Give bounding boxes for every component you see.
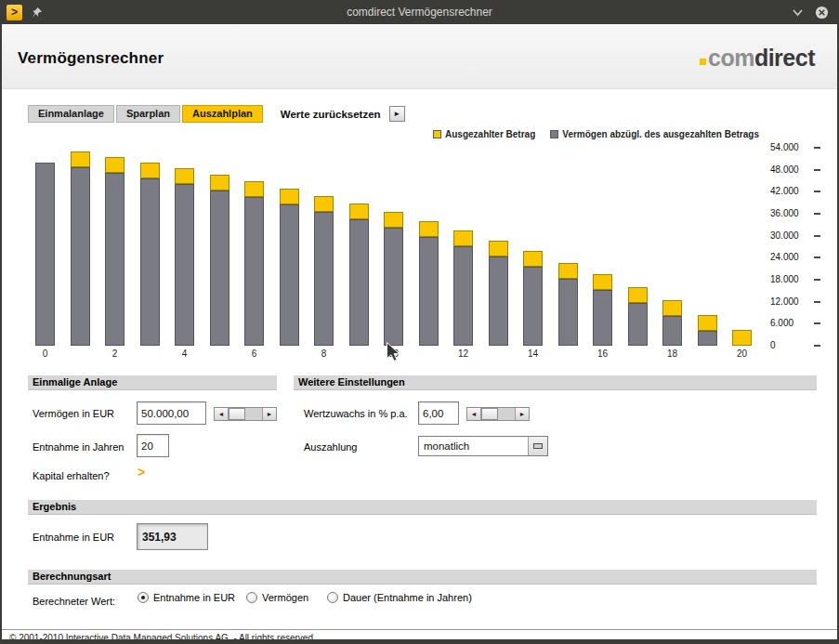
bar-vermoegen-year-6 (244, 197, 264, 346)
bar-vermoegen-year-18 (662, 316, 682, 346)
kapital-erhalten-arrow-button[interactable]: > (138, 465, 145, 480)
section-header-ergebnis: Ergebnis (28, 500, 817, 515)
y-axis-label-18000: 18.000 (770, 274, 799, 284)
collapse-chevron-icon[interactable] (792, 8, 804, 17)
reset-values-button[interactable]: ► (389, 106, 405, 122)
section-header-berechnungsart: Berechnungsart (28, 570, 817, 585)
label-vermoegen: Vermögen in EUR (33, 408, 114, 419)
y-axis-label-36000: 36.000 (770, 208, 799, 218)
logo-text-direct: direct (754, 45, 815, 71)
bar-vermoegen-year-0 (35, 163, 55, 346)
page-title: Vermögensrechner (18, 49, 164, 68)
x-axis-label-0: 0 (43, 348, 48, 359)
y-axis-tick-mark (814, 147, 820, 149)
bar-vermoegen-year-15 (558, 279, 578, 346)
bar-vermoegen-year-1 (71, 167, 90, 346)
dropdown-open-button[interactable] (528, 437, 547, 455)
x-axis-label-2: 2 (112, 348, 118, 359)
y-axis-label-12000: 12.000 (770, 296, 799, 307)
legend-item-0: Ausgezahlter Betrag (433, 129, 535, 139)
auszahlung-selected-value: monatlich (419, 440, 528, 452)
bar-ausgezahlt-year-12 (453, 230, 473, 246)
bar-ausgezahlt-year-6 (244, 181, 264, 197)
y-axis-label-30000: 30.000 (770, 230, 799, 241)
app-icon[interactable]: > (7, 5, 22, 20)
label-wertzuwachs: Wertzuwachs in % p.a. (304, 408, 408, 419)
pin-icon[interactable] (31, 7, 43, 19)
comdirect-logo: comdirect (700, 45, 815, 72)
bar-vermoegen-year-4 (175, 184, 194, 346)
x-axis-label-6: 6 (252, 348, 257, 359)
spinner-thumb[interactable] (229, 408, 245, 420)
x-axis-label-16: 16 (597, 348, 608, 359)
y-axis-tick-mark (814, 322, 820, 324)
bar-ausgezahlt-year-9 (349, 204, 369, 219)
y-axis-tick-mark (814, 345, 820, 347)
spinner-right-arrow-icon[interactable]: ► (262, 408, 276, 420)
y-axis-tick-mark (814, 279, 820, 281)
label-kapital-erhalten: Kapital erhalten? (33, 470, 110, 481)
y-axis-tick-mark (814, 301, 820, 303)
bar-ausgezahlt-year-3 (140, 163, 160, 178)
radio-vermoegen[interactable]: Vermögen (246, 592, 308, 603)
tabbar: Einmalanlage Sparplan Auszahlplan Werte … (28, 105, 405, 123)
vermoegen-input[interactable] (137, 401, 206, 425)
bar-vermoegen-year-2 (105, 173, 125, 346)
section-header-weitere-einstellungen: Weitere Einstellungen (294, 375, 817, 390)
x-axis-label-10: 10 (388, 348, 399, 359)
bar-ausgezahlt-year-14 (523, 251, 543, 267)
x-axis-label-12: 12 (458, 348, 468, 359)
bar-vermoegen-year-13 (489, 256, 508, 346)
tab-auszahlplan[interactable]: Auszahlplan (182, 105, 263, 123)
bar-ausgezahlt-year-1 (71, 151, 90, 167)
titlebar: > comdirect Vermögensrechner (2, 0, 837, 24)
label-entnahme-jahre: Entnahme in Jahren (33, 441, 124, 453)
x-axis-label-4: 4 (182, 348, 188, 359)
spinner-thumb[interactable] (481, 408, 498, 420)
bar-ausgezahlt-year-15 (558, 263, 578, 279)
logo-text-com: com (708, 45, 754, 71)
bar-vermoegen-year-8 (314, 212, 334, 346)
radio-dauer[interactable]: Dauer (Entnahme in Jahren) (327, 592, 472, 603)
tab-sparplan[interactable]: Sparplan (116, 105, 180, 123)
close-icon[interactable] (815, 6, 829, 20)
bar-vermoegen-year-3 (140, 178, 160, 346)
spinner-left-arrow-icon[interactable]: ◄ (215, 408, 229, 420)
entnahme-eur-result (137, 523, 208, 550)
entnahme-jahre-input[interactable] (137, 434, 169, 457)
bar-vermoegen-year-7 (280, 204, 299, 346)
bar-ausgezahlt-year-17 (628, 287, 648, 303)
spinner-left-arrow-icon[interactable]: ◄ (467, 408, 481, 420)
bar-ausgezahlt-year-16 (593, 274, 612, 290)
bar-ausgezahlt-year-10 (384, 212, 403, 228)
radio-entnahme-in-eur[interactable]: Entnahme in EUR (138, 592, 235, 603)
y-axis-tick-mark (814, 235, 820, 237)
x-axis-label-18: 18 (667, 348, 677, 359)
bar-vermoegen-year-17 (628, 303, 648, 346)
x-axis-label-20: 20 (737, 348, 747, 359)
chart-plot-area (28, 148, 759, 346)
spinner-track[interactable] (481, 408, 515, 420)
app-window: > comdirect Vermögensrechner Vermögensre… (0, 0, 839, 644)
bar-vermoegen-year-11 (419, 237, 439, 346)
spinner-right-arrow-icon[interactable]: ► (515, 408, 529, 420)
y-axis-label-54000: 54.000 (770, 142, 799, 152)
wertzuwachs-input[interactable] (418, 401, 459, 425)
radio-dot[interactable] (246, 592, 257, 603)
bar-vermoegen-year-10 (384, 228, 403, 346)
radio-dot[interactable] (138, 592, 149, 603)
radio-dot[interactable] (327, 592, 338, 603)
bar-ausgezahlt-year-20 (732, 330, 752, 346)
logo-yellow-dot-icon (700, 59, 706, 65)
legend-label: Vermögen abzügl. des ausgezahlten Betrag… (562, 129, 759, 139)
y-axis-tick-mark (814, 191, 820, 192)
tab-einmalanlage[interactable]: Einmalanlage (28, 105, 114, 123)
auszahlung-dropdown[interactable]: monatlich (418, 436, 548, 456)
chart-y-axis: 06.00012.00018.00024.00030.00036.00042.0… (770, 148, 823, 346)
y-axis-tick-mark (814, 169, 820, 171)
bar-ausgezahlt-year-19 (698, 315, 717, 331)
reset-values-label: Werte zurücksetzen (281, 109, 381, 120)
main-content: Vermögensrechner comdirect Einmalanlage … (2, 24, 837, 639)
spinner-track[interactable] (229, 408, 262, 420)
legend-label: Ausgezahlter Betrag (445, 129, 535, 139)
